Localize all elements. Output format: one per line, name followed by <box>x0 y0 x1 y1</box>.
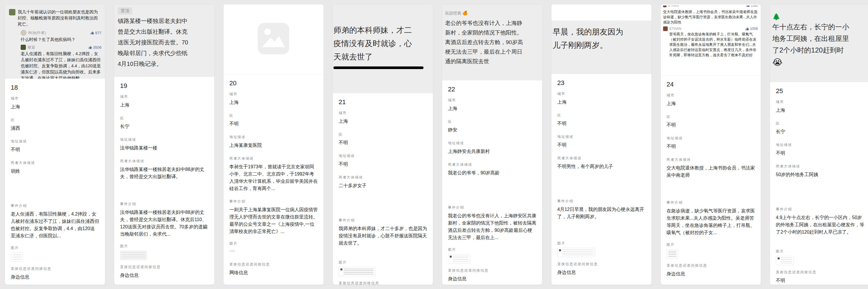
field-label-district: 区 <box>229 113 318 118</box>
attachment-thumbnail[interactable] <box>557 248 595 257</box>
cover-text-line: 😭 <box>772 57 868 68</box>
cover-text-line: 4月10日晚记录。 <box>118 59 214 69</box>
record-card[interactable]: 🌲午十点左右，长宁的一小地务工阿姨，在出租屋里了2个小时的120赶到时😭 25 … <box>770 4 868 285</box>
field-label-direct: 直接信息还是间接信息 <box>666 263 755 268</box>
record-card[interactable]: 师弟的本科师妹，才二疫情没有及时就诊，心天就去世了 21 城市 上海 区 不明 … <box>333 4 433 285</box>
field-deceased: 死者大体描述 李昶生于1973年，曾就读于北京史家胡同小学、北京二中、北京四中，… <box>229 156 318 196</box>
field-value-city: 上海 <box>229 99 318 106</box>
field-label-city: 城市 <box>339 111 427 115</box>
field-city: 城市 上海 <box>229 92 318 110</box>
poster-name: ETHAN <box>668 5 745 7</box>
field-label-image: 图片 <box>11 246 99 250</box>
field-value-deceased: 我老公的爷爷，90岁高龄 <box>448 169 536 176</box>
reply-avatar <box>21 30 27 36</box>
card-number: 18 <box>11 84 99 92</box>
field-address: 地址描述 上海某康复医院 <box>229 135 318 153</box>
attachment-thumbnail[interactable] <box>11 252 23 262</box>
card-number: 19 <box>120 82 209 89</box>
field-value-city: 上海 <box>776 107 864 114</box>
thumbnail-avatar <box>559 249 561 251</box>
thumbnail-avatar <box>450 256 452 258</box>
field-city: 城市 上海 <box>666 93 755 111</box>
record-card[interactable]: ETHAN 1040交大电院退休教授，上海书协会员，书法家吴中南老师在急诊病逝，… <box>660 4 761 285</box>
record-card[interactable]: 20 城市 上海 区 不明 地址描述 上海某康复医院 死者大体描述 李昶生于19… <box>223 4 324 285</box>
field-label-direct: 直接信息还是间接信息 <box>557 262 646 267</box>
field-label-event: 事件介绍 <box>557 199 646 204</box>
field-label-district: 区 <box>11 117 99 122</box>
field-label-image: 图片 <box>557 241 646 246</box>
thumbnail-text-lines <box>562 250 593 256</box>
reply-avatar <box>663 26 668 31</box>
field-direct: 直接信息还是间接信息 身边信息 <box>120 265 209 279</box>
card-content: 22 城市 上海 区 静安 地址描述 上海静安去共康新村 死者大体描述 我老公的… <box>442 80 542 285</box>
field-value-district: 长宁 <box>120 123 209 130</box>
field-image: 图片 <box>11 246 99 263</box>
cover-text-line: 晚敲邻居门，央求代少些纸 <box>118 48 214 59</box>
field-label-address: 地址描述 <box>120 137 209 142</box>
record-card[interactable]: 早晨，我的朋友因为儿子刚刚两岁。 23 城市 上海 区 不明 地址描述 不明 死… <box>551 4 652 285</box>
record-card[interactable]: 置顶镇路某楼一楼独居老夫妇中曾是交大出版社翻译。休克送医无对接医院而去世。70晚… <box>114 4 215 285</box>
field-city: 城市 上海 <box>448 98 536 116</box>
field-deceased: 死者大体描述 我老公的爷爷，90岁高龄 <box>448 162 536 202</box>
card-cover-image <box>223 4 323 74</box>
card-cover-image: ETHAN 1040交大电院退休教授，上海书协会员，书法家吴中南老师在急诊病逝，… <box>661 4 761 75</box>
field-value-city: 上海 <box>11 103 99 110</box>
field-district: 区 不明 <box>557 113 646 132</box>
field-value-deceased: 交大电院退休教授，上海书协会员，书法家吴中南老师 <box>666 164 755 179</box>
cover-text-line: 午十点左右，长宁的一小 <box>772 21 868 33</box>
field-label-event: 事件介绍 <box>666 200 755 205</box>
attachment-thumbnail[interactable] <box>120 251 147 260</box>
field-label-district: 区 <box>339 132 427 137</box>
field-label-address: 地址描述 <box>557 134 646 139</box>
field-value-city: 上海 <box>557 98 646 106</box>
record-card[interactable]: 我几十年前就认识的一位胡姓朋友也是因为封控、核酸检测等原因没有得到及时救治而死亡… <box>5 4 105 285</box>
field-value-address: 法华镇路某楼一楼 <box>120 144 209 151</box>
field-event: 事件介绍 我老公的爷爷也没有计入，上海静安区共康新村，全家阴的情况下他阳性，被转… <box>448 205 536 244</box>
attachment-thumbnail[interactable] <box>666 249 678 258</box>
field-city: 城市 上海 <box>776 100 864 118</box>
reply-author: 柿油(作者) <box>28 30 89 35</box>
field-label-direct: 直接信息还是间接信息 <box>11 266 99 271</box>
field-label-direct: 直接信息还是间接信息 <box>120 265 209 269</box>
field-label-direct: 直接信息还是间接信息 <box>229 262 318 267</box>
card-cover-image: 置顶镇路某楼一楼独居老夫妇中曾是交大出版社翻译。休克送医无对接医院而去世。70晚… <box>114 4 214 77</box>
field-label-district: 区 <box>448 119 536 124</box>
field-value-deceased: 50岁的外地务工阿姨 <box>776 171 864 178</box>
attachment-thumbnail[interactable] <box>339 267 375 276</box>
cover-text-line: 天就去世了 <box>334 50 433 64</box>
card-content: 24 城市 上海 区 不明 地址描述 不明 死者大体描述 交大电院退休教授，上海… <box>661 75 761 280</box>
cover-reply: 柿油(作者) 977什么时候？生了其他疾病吗？ <box>21 30 101 43</box>
field-deceased: 死者大体描述 二十多岁女子 <box>339 175 427 215</box>
attachment-thumbnail[interactable] <box>448 254 470 263</box>
cover-post-author: 鼠甜橙酱 🍊 <box>445 11 542 16</box>
field-city: 城市 上海 <box>339 111 427 129</box>
field-value-city: 上海 <box>339 117 427 125</box>
field-label-direct: 直接信息还是间接信息 <box>776 270 864 275</box>
field-image: 图片 <box>339 260 427 278</box>
thumbs-up-icon <box>746 5 750 7</box>
attachment-thumbnail[interactable] <box>776 256 794 265</box>
card-cover-image: 师弟的本科师妹，才二疫情没有及时就诊，心天就去世了 <box>333 4 433 93</box>
field-label-district: 区 <box>776 121 864 126</box>
field-value-district: 不明 <box>339 139 427 146</box>
reply-header: 柿油(作者) 977 <box>21 30 101 36</box>
card-cover-image: 鼠甜橙酱 🍊老公的爷爷也没有计入，上海静新村，全家阴的情况下他阳性。离酒店后差点… <box>442 4 542 80</box>
card-number: 22 <box>448 85 536 93</box>
attachment-placeholder <box>229 250 235 252</box>
pinned-badge: 置顶 <box>118 7 132 14</box>
thumbs-up-icon <box>90 31 94 35</box>
field-label-city: 城市 <box>448 98 536 103</box>
card-content: 18 城市 上海 区 浦西 地址描述 不明 死者大体描述 胡姓 事件介绍 老人住… <box>5 79 105 284</box>
cover-gray-block: 早晨，我的朋友因为儿子刚刚两岁。 <box>552 21 651 74</box>
field-deceased: 死者大体描述 法华镇路某楼一楼独居老夫妇中88岁的丈夫，曾经是交大出版社翻译。 <box>120 159 209 199</box>
cover-white-band <box>552 4 651 21</box>
cover-text-line: 疫情没有及时就诊，心 <box>334 37 433 50</box>
record-card[interactable]: 鼠甜橙酱 🍊老公的爷爷也没有计入，上海静新村，全家阴的情况下他阳性。离酒店后差点… <box>442 4 542 285</box>
field-label-deceased: 死者大体描述 <box>11 160 99 166</box>
field-label-address: 地址描述 <box>448 141 536 146</box>
field-address: 地址描述 不明 <box>776 142 864 161</box>
field-label-event: 事件介绍 <box>120 202 209 207</box>
field-address: 地址描述 不明 <box>666 136 755 154</box>
cover-text-line: 老公的爷爷也没有计入，上海静 <box>445 18 542 28</box>
thumbs-up-icon <box>745 27 749 31</box>
